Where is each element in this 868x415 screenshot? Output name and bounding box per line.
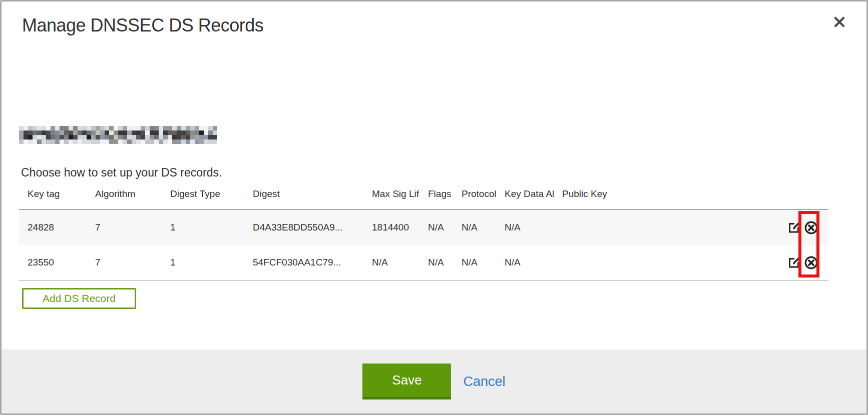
cell-flags: N/A [419,222,453,233]
delete-circle-x-icon [804,220,818,235]
dnssec-modal: Manage DNSSEC DS Records Choose how to s… [0,0,868,415]
cell-key-data-alg: N/A [496,222,554,233]
add-ds-record-button[interactable]: Add DS Record [22,288,136,309]
column-header-protocol: Protocol [453,188,496,200]
column-header-key-data-alg: Key Data Alg [496,188,554,200]
cell-digest-type: 1 [162,222,244,233]
edit-icon [787,221,801,234]
edit-icon [787,256,801,270]
edit-record-button[interactable] [787,256,801,270]
column-header-flags: Flags [419,188,453,200]
column-header-digest: Digest [244,188,363,200]
cell-digest-type: 1 [162,257,244,268]
cell-flags: N/A [419,257,453,268]
cell-key-tag: 24828 [19,222,87,233]
table-row: 24828 7 1 D4A33E8DD550A9... 1814400 N/A … [19,210,828,245]
cell-key-data-alg: N/A [496,257,554,268]
delete-circle-x-icon [804,256,818,270]
cancel-link[interactable]: Cancel [463,374,505,390]
table-header: Key tag Algorithm Digest Type Digest Max… [19,179,828,210]
column-header-digest-type: Digest Type [162,188,244,200]
ds-records-table: Key tag Algorithm Digest Type Digest Max… [19,179,828,281]
redacted-domain [19,126,217,144]
cell-protocol: N/A [453,257,496,268]
cell-digest: 54FCF030AA1C79... [244,257,363,268]
delete-record-button[interactable] [804,256,818,270]
edit-record-button[interactable] [787,221,801,234]
modal-footer: Save Cancel [2,350,866,414]
delete-record-button[interactable] [804,220,818,235]
cell-algorithm: 7 [87,222,162,233]
cell-digest: D4A33E8DD550A9... [244,222,363,233]
column-header-max-sig-life: Max Sig Life [363,188,419,200]
column-header-public-key: Public Key [554,188,783,200]
cell-algorithm: 7 [87,257,162,268]
cell-max-sig-life: 1814400 [363,222,419,233]
save-button[interactable]: Save [362,364,451,400]
table-row: 23550 7 1 54FCF030AA1C79... N/A N/A N/A … [19,245,828,281]
cell-max-sig-life: N/A [363,257,419,268]
close-x-glyph [832,14,847,30]
cell-key-tag: 23550 [19,257,87,268]
modal-title: Manage DNSSEC DS Records [22,15,263,36]
cell-protocol: N/A [453,222,496,233]
column-header-algorithm: Algorithm [87,188,162,200]
close-icon[interactable] [830,13,849,32]
cell-actions [783,256,828,270]
column-header-key-tag: Key tag [19,188,87,200]
instruction-text: Choose how to set up your DS records. [21,166,222,180]
cell-actions [783,220,828,235]
